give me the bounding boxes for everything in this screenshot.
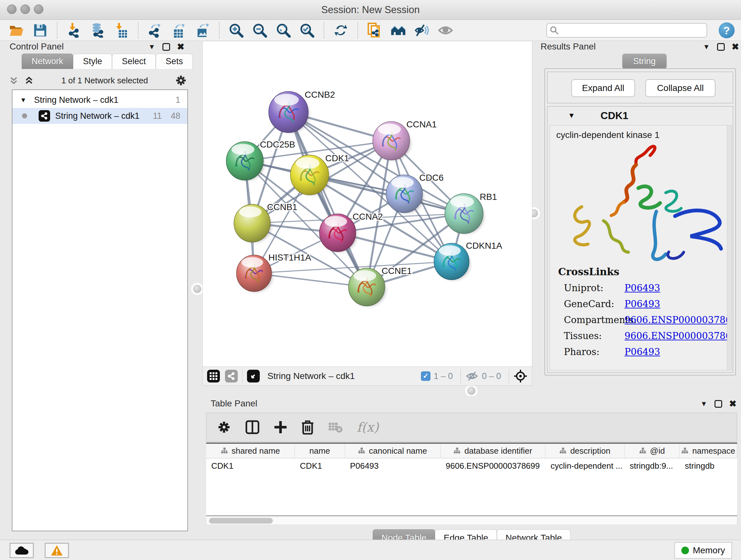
panel-menu-icon[interactable]: ▼ bbox=[148, 43, 155, 51]
gear-icon[interactable] bbox=[175, 74, 187, 86]
delete-column-icon[interactable] bbox=[301, 420, 314, 435]
clone-network-button[interactable] bbox=[367, 23, 382, 38]
export-table-button[interactable] bbox=[171, 23, 186, 38]
view-grid-icon[interactable] bbox=[207, 370, 220, 382]
export-table-icon bbox=[172, 23, 186, 38]
add-column-icon[interactable] bbox=[274, 421, 287, 434]
import-network-file-button[interactable] bbox=[66, 23, 82, 38]
table-settings-gear-icon[interactable] bbox=[217, 420, 231, 434]
cloud-status-button[interactable] bbox=[10, 543, 34, 558]
table-hscrollbar[interactable] bbox=[206, 516, 737, 525]
node-RB1[interactable]: RB1 bbox=[445, 192, 497, 234]
zoom-selected-button[interactable] bbox=[299, 23, 315, 38]
left-splitter-handle[interactable] bbox=[193, 285, 201, 293]
node-CCNB1[interactable]: CCNB1 bbox=[234, 202, 297, 242]
tab-network[interactable]: Network bbox=[22, 54, 73, 69]
table-cell[interactable]: cyclin-dependent ... bbox=[545, 458, 624, 473]
panel-close-icon[interactable]: ✖ bbox=[732, 42, 739, 52]
crosslink-link[interactable]: P06493 bbox=[624, 347, 660, 357]
column-header-database-identifier[interactable]: database identifier bbox=[441, 444, 546, 458]
eye-icon bbox=[438, 24, 453, 37]
node-label-CCNB1: CCNB1 bbox=[267, 202, 297, 212]
column-header-shared-name[interactable]: shared name bbox=[206, 444, 295, 458]
warnings-button[interactable] bbox=[45, 543, 69, 558]
table-cell[interactable]: CDK1 bbox=[206, 458, 295, 473]
collapse-all-icon[interactable] bbox=[8, 75, 19, 86]
column-header-name[interactable]: name bbox=[295, 444, 345, 458]
results-scrollbar[interactable] bbox=[727, 125, 732, 370]
search-input[interactable] bbox=[562, 25, 703, 36]
table-cell[interactable]: 9606.ENSP00000378699 bbox=[441, 458, 546, 473]
panel-float-icon[interactable] bbox=[715, 400, 722, 408]
crosslink-link[interactable]: P06493 bbox=[624, 283, 660, 294]
network-row[interactable]: String Network – cdk1 11 48 bbox=[12, 108, 187, 124]
zoom-in-button[interactable] bbox=[228, 23, 244, 38]
results-button-box: Expand All Collapse All bbox=[547, 71, 733, 104]
bottom-splitter-handle[interactable] bbox=[467, 387, 475, 395]
panel-menu-icon[interactable]: ▼ bbox=[703, 43, 710, 51]
network-collection-row[interactable]: ▼ String Network – cdk1 1 bbox=[12, 92, 187, 108]
string-view-icon[interactable] bbox=[225, 370, 238, 382]
eye-slash-icon bbox=[414, 23, 429, 37]
crosslink-link[interactable]: 9606.ENSP00000378699 bbox=[624, 330, 731, 341]
tab-sets[interactable]: Sets bbox=[156, 54, 193, 69]
panel-menu-icon[interactable]: ▼ bbox=[700, 400, 708, 408]
refresh-view-button[interactable] bbox=[333, 23, 348, 38]
node-result-content: cyclin-dependent kinase 1 bbox=[549, 125, 731, 370]
tab-string[interactable]: String bbox=[622, 54, 667, 69]
crosslink-link[interactable]: 9606.ENSP00000378699 bbox=[624, 314, 731, 325]
save-session-button[interactable] bbox=[32, 23, 48, 38]
export-image-button[interactable] bbox=[195, 23, 210, 38]
function-builder-button[interactable]: f(x) bbox=[357, 420, 379, 435]
selected-checkbox-icon[interactable]: ✓ bbox=[421, 371, 430, 381]
column-header-description[interactable]: description bbox=[545, 444, 624, 458]
crosshair-icon[interactable] bbox=[514, 369, 528, 383]
expand-all-button[interactable]: Expand All bbox=[571, 79, 635, 97]
column-header-canonical-name[interactable]: canonical name bbox=[345, 444, 441, 458]
network-view-title: String Network – cdk1 bbox=[267, 371, 421, 381]
export-network-button[interactable] bbox=[147, 23, 163, 38]
table-cell[interactable]: CDK1 bbox=[295, 458, 345, 473]
tab-select[interactable]: Select bbox=[112, 54, 156, 69]
collapse-entry-icon[interactable]: ▼ bbox=[568, 111, 575, 120]
show-view-button[interactable] bbox=[438, 23, 453, 38]
expand-all-icon[interactable] bbox=[23, 75, 35, 86]
search-box[interactable] bbox=[546, 23, 707, 38]
node-CDC25B[interactable]: CDC25B bbox=[226, 139, 295, 180]
tab-style[interactable]: Style bbox=[73, 54, 112, 69]
title-bar: Session: New Session bbox=[0, 0, 741, 20]
table-cell[interactable]: stringdb bbox=[680, 458, 737, 473]
memory-button[interactable]: Memory bbox=[674, 542, 732, 559]
crosslink-label: Tissues: bbox=[564, 330, 624, 341]
table-cell[interactable]: P06493 bbox=[345, 458, 441, 473]
panel-float-icon[interactable] bbox=[717, 43, 725, 51]
tree-expander-icon[interactable]: ▼ bbox=[20, 97, 26, 104]
open-session-button[interactable] bbox=[9, 23, 24, 38]
zoom-fit-button[interactable] bbox=[276, 23, 291, 38]
node-CCNA1[interactable]: CCNA1 bbox=[373, 119, 436, 160]
column-header--id[interactable]: @id bbox=[624, 444, 680, 458]
table-row[interactable]: CDK1CDK1P064939606.ENSP00000378699cyclin… bbox=[206, 458, 737, 473]
panel-close-icon[interactable]: ✖ bbox=[729, 398, 737, 409]
node-CDK1[interactable]: CDK1 bbox=[290, 153, 349, 195]
help-button[interactable]: ? bbox=[719, 22, 735, 38]
network-canvas[interactable]: CCNB2CCNA1CDC25BCDK1CDC6RB1CCNB1CCNA2CDK… bbox=[202, 42, 532, 367]
panel-close-icon[interactable]: ✖ bbox=[177, 42, 185, 52]
table-cell[interactable]: stringdb:9... bbox=[624, 458, 680, 473]
node-CCNB2[interactable]: CCNB2 bbox=[269, 90, 335, 132]
zoom-out-button[interactable] bbox=[252, 23, 267, 38]
node-CDKN1A[interactable]: CDKN1A bbox=[434, 241, 502, 280]
panel-float-icon[interactable] bbox=[162, 43, 170, 51]
hide-views-button[interactable] bbox=[414, 23, 429, 38]
node-CCNE1[interactable]: CCNE1 bbox=[348, 266, 412, 306]
birdseye-toggle-icon[interactable] bbox=[247, 370, 260, 382]
show-all-views-button[interactable] bbox=[391, 23, 406, 38]
column-header-namespace[interactable]: namespace bbox=[680, 444, 737, 458]
crosslink-link[interactable]: P06493 bbox=[624, 299, 660, 309]
show-columns-icon[interactable] bbox=[245, 420, 260, 435]
import-network-database-button[interactable] bbox=[90, 23, 105, 38]
import-table-file-button[interactable] bbox=[114, 23, 129, 38]
collapse-all-button[interactable]: Collapse All bbox=[645, 79, 716, 97]
delete-table-icon[interactable] bbox=[328, 422, 343, 433]
collection-count: 1 bbox=[176, 95, 180, 105]
